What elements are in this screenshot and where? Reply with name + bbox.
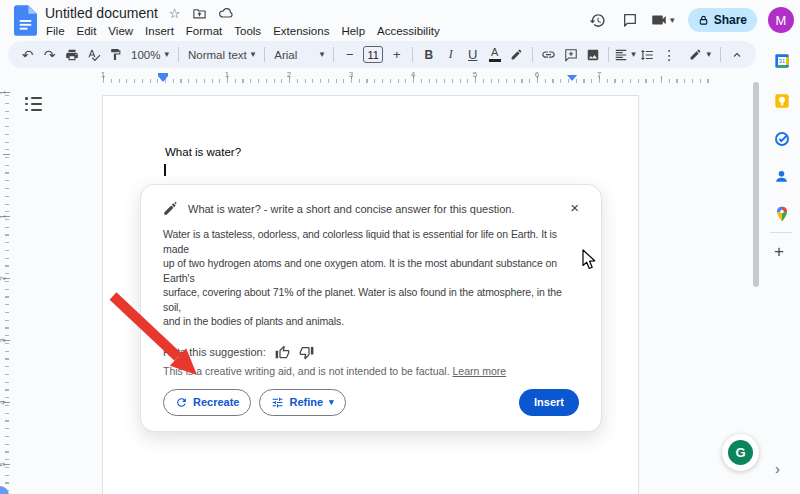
menu-extensions[interactable]: Extensions	[267, 23, 335, 39]
grammarly-button[interactable]: G	[722, 434, 759, 471]
align-left-icon[interactable]: ▾	[614, 44, 636, 66]
docs-logo-icon[interactable]	[14, 5, 37, 36]
document-title[interactable]: Untitled document	[45, 5, 158, 21]
thumbs-down-icon[interactable]	[299, 345, 314, 360]
menu-help[interactable]: Help	[335, 23, 371, 39]
side-panel-divider	[770, 232, 792, 233]
increase-font-icon[interactable]: +	[386, 44, 407, 66]
menu-bar: File Edit View Insert Format Tools Exten…	[40, 23, 446, 39]
underline-icon[interactable]: U	[462, 44, 483, 66]
account-avatar[interactable]: M	[768, 7, 794, 33]
more-options-icon[interactable]: ⋮	[659, 44, 680, 66]
text-cursor	[164, 164, 166, 176]
share-button[interactable]: Share	[688, 8, 757, 32]
insert-link-icon[interactable]	[538, 44, 559, 66]
right-indent-marker[interactable]	[567, 75, 577, 81]
print-icon[interactable]	[61, 44, 82, 66]
insert-button[interactable]: Insert	[519, 389, 579, 416]
refresh-icon	[175, 396, 188, 409]
contacts-icon[interactable]	[773, 168, 790, 185]
document-outline-icon[interactable]	[24, 95, 44, 113]
hide-panel-icon[interactable]: ›	[775, 460, 780, 477]
menu-insert[interactable]: Insert	[139, 23, 180, 39]
paragraph-style-select[interactable]: Normal text▾	[184, 49, 259, 61]
vertical-scrollbar[interactable]	[753, 82, 759, 287]
ai-prompt-text: What is water? - write a short and conci…	[188, 203, 560, 215]
share-label: Share	[714, 13, 747, 27]
disclaimer-text: This is a creative writing aid, and is n…	[163, 365, 450, 377]
document-text[interactable]: What is water?	[165, 146, 241, 158]
chevron-down-icon[interactable]: ▾	[670, 16, 675, 25]
menu-view[interactable]: View	[102, 23, 139, 39]
close-icon[interactable]: ×	[570, 200, 579, 215]
rate-label: Rate this suggestion:	[163, 346, 266, 358]
collapse-toolbar-icon[interactable]	[726, 44, 747, 66]
toolbar: ↶ ↷ 100%▾ Normal text▾ Arial▾ − 11 + B I…	[8, 41, 756, 68]
maps-icon[interactable]	[773, 205, 790, 222]
chevron-down-icon: ▾	[329, 398, 334, 407]
keep-icon[interactable]	[773, 92, 790, 109]
menu-accessibility[interactable]: Accessibility	[371, 23, 446, 39]
pen-spark-icon	[163, 201, 178, 216]
top-bar: Untitled document ☆ File Edit View Inser…	[0, 0, 800, 40]
calendar-icon[interactable]: 31	[773, 52, 790, 69]
add-comment-icon[interactable]	[560, 44, 581, 66]
redo-icon[interactable]: ↷	[39, 44, 60, 66]
meet-button[interactable]: ▾	[650, 11, 675, 29]
comments-icon[interactable]	[617, 7, 643, 33]
insert-image-icon[interactable]	[582, 44, 603, 66]
grammarly-icon: G	[728, 440, 753, 465]
version-history-icon[interactable]	[584, 7, 610, 33]
paint-format-icon[interactable]	[105, 44, 126, 66]
bold-icon[interactable]: B	[418, 44, 439, 66]
tasks-icon[interactable]	[773, 130, 790, 147]
left-indent-marker[interactable]	[158, 73, 168, 82]
tune-icon	[271, 396, 284, 409]
line-spacing-icon[interactable]	[637, 44, 658, 66]
cloud-saved-icon[interactable]	[218, 5, 234, 21]
menu-tools[interactable]: Tools	[228, 23, 267, 39]
decrease-font-icon[interactable]: −	[339, 44, 360, 66]
menu-format[interactable]: Format	[180, 23, 228, 39]
text-color-icon[interactable]: A	[484, 44, 505, 66]
undo-icon[interactable]: ↶	[17, 44, 38, 66]
menu-file[interactable]: File	[40, 23, 71, 39]
font-select[interactable]: Arial▾	[270, 49, 328, 61]
google-docs-window: Untitled document ☆ File Edit View Inser…	[0, 0, 800, 494]
lock-icon	[698, 15, 709, 26]
thumbs-up-icon[interactable]	[275, 345, 290, 360]
editing-mode-button[interactable]: ▾	[685, 44, 715, 66]
font-size-input[interactable]: 11	[363, 46, 383, 63]
zoom-select[interactable]: 100%▾	[127, 49, 173, 61]
move-folder-icon[interactable]	[192, 6, 207, 21]
learn-more-link[interactable]: Learn more	[453, 365, 507, 377]
help-me-write-dialog: What is water? - write a short and conci…	[140, 184, 602, 432]
italic-icon[interactable]: I	[440, 44, 461, 66]
spellcheck-icon[interactable]	[83, 44, 104, 66]
svg-text:31: 31	[778, 58, 784, 64]
ai-generated-text: Water is a tasteless, odorless, and colo…	[163, 227, 579, 329]
menu-edit[interactable]: Edit	[71, 23, 103, 39]
add-addon-icon[interactable]: +	[774, 242, 784, 262]
recreate-button[interactable]: Recreate	[163, 389, 251, 416]
refine-button[interactable]: Refine ▾	[259, 389, 345, 416]
highlight-color-icon[interactable]	[506, 44, 527, 66]
star-icon[interactable]: ☆	[169, 7, 181, 20]
